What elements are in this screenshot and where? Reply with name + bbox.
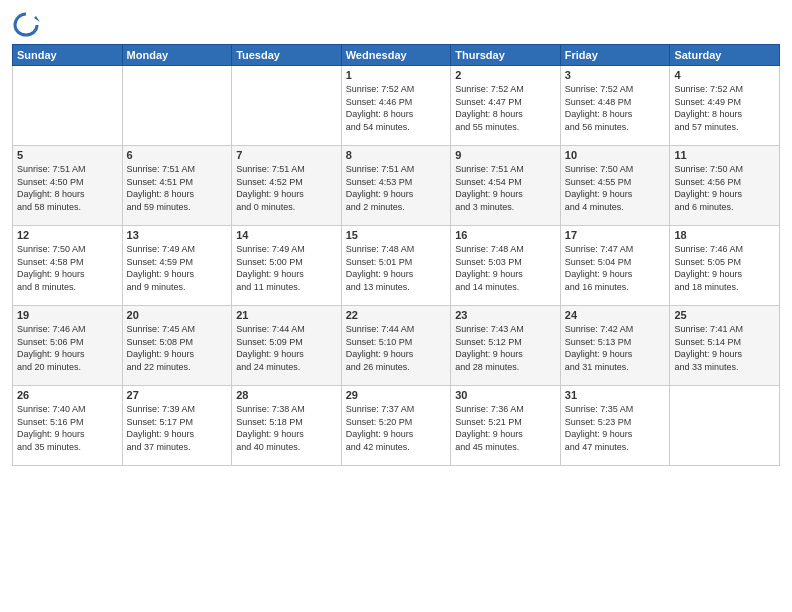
calendar-day-11: 11Sunrise: 7:50 AM Sunset: 4:56 PM Dayli… xyxy=(670,146,780,226)
calendar-week-5: 26Sunrise: 7:40 AM Sunset: 5:16 PM Dayli… xyxy=(13,386,780,466)
day-number: 30 xyxy=(455,389,556,401)
calendar-day-19: 19Sunrise: 7:46 AM Sunset: 5:06 PM Dayli… xyxy=(13,306,123,386)
day-number: 21 xyxy=(236,309,337,321)
calendar-day-6: 6Sunrise: 7:51 AM Sunset: 4:51 PM Daylig… xyxy=(122,146,232,226)
logo-icon xyxy=(12,10,40,38)
calendar-day-12: 12Sunrise: 7:50 AM Sunset: 4:58 PM Dayli… xyxy=(13,226,123,306)
calendar-day-28: 28Sunrise: 7:38 AM Sunset: 5:18 PM Dayli… xyxy=(232,386,342,466)
weekday-header-thursday: Thursday xyxy=(451,45,561,66)
day-info: Sunrise: 7:51 AM Sunset: 4:54 PM Dayligh… xyxy=(455,163,556,213)
day-number: 23 xyxy=(455,309,556,321)
logo xyxy=(12,10,44,38)
day-info: Sunrise: 7:49 AM Sunset: 5:00 PM Dayligh… xyxy=(236,243,337,293)
calendar-day-1: 1Sunrise: 7:52 AM Sunset: 4:46 PM Daylig… xyxy=(341,66,451,146)
day-info: Sunrise: 7:46 AM Sunset: 5:05 PM Dayligh… xyxy=(674,243,775,293)
day-number: 20 xyxy=(127,309,228,321)
day-info: Sunrise: 7:38 AM Sunset: 5:18 PM Dayligh… xyxy=(236,403,337,453)
weekday-header-monday: Monday xyxy=(122,45,232,66)
day-number: 18 xyxy=(674,229,775,241)
calendar-week-3: 12Sunrise: 7:50 AM Sunset: 4:58 PM Dayli… xyxy=(13,226,780,306)
day-info: Sunrise: 7:40 AM Sunset: 5:16 PM Dayligh… xyxy=(17,403,118,453)
calendar-empty xyxy=(670,386,780,466)
day-info: Sunrise: 7:52 AM Sunset: 4:48 PM Dayligh… xyxy=(565,83,666,133)
day-info: Sunrise: 7:45 AM Sunset: 5:08 PM Dayligh… xyxy=(127,323,228,373)
day-info: Sunrise: 7:52 AM Sunset: 4:47 PM Dayligh… xyxy=(455,83,556,133)
day-info: Sunrise: 7:50 AM Sunset: 4:55 PM Dayligh… xyxy=(565,163,666,213)
day-number: 8 xyxy=(346,149,447,161)
day-info: Sunrise: 7:52 AM Sunset: 4:46 PM Dayligh… xyxy=(346,83,447,133)
day-info: Sunrise: 7:50 AM Sunset: 4:56 PM Dayligh… xyxy=(674,163,775,213)
day-number: 16 xyxy=(455,229,556,241)
calendar-day-7: 7Sunrise: 7:51 AM Sunset: 4:52 PM Daylig… xyxy=(232,146,342,226)
day-info: Sunrise: 7:42 AM Sunset: 5:13 PM Dayligh… xyxy=(565,323,666,373)
day-number: 14 xyxy=(236,229,337,241)
day-info: Sunrise: 7:50 AM Sunset: 4:58 PM Dayligh… xyxy=(17,243,118,293)
calendar-day-31: 31Sunrise: 7:35 AM Sunset: 5:23 PM Dayli… xyxy=(560,386,670,466)
calendar-day-23: 23Sunrise: 7:43 AM Sunset: 5:12 PM Dayli… xyxy=(451,306,561,386)
day-number: 15 xyxy=(346,229,447,241)
calendar-day-18: 18Sunrise: 7:46 AM Sunset: 5:05 PM Dayli… xyxy=(670,226,780,306)
day-info: Sunrise: 7:49 AM Sunset: 4:59 PM Dayligh… xyxy=(127,243,228,293)
day-number: 19 xyxy=(17,309,118,321)
day-info: Sunrise: 7:36 AM Sunset: 5:21 PM Dayligh… xyxy=(455,403,556,453)
day-number: 7 xyxy=(236,149,337,161)
day-info: Sunrise: 7:44 AM Sunset: 5:09 PM Dayligh… xyxy=(236,323,337,373)
day-number: 10 xyxy=(565,149,666,161)
weekday-header-saturday: Saturday xyxy=(670,45,780,66)
calendar-day-10: 10Sunrise: 7:50 AM Sunset: 4:55 PM Dayli… xyxy=(560,146,670,226)
calendar-day-5: 5Sunrise: 7:51 AM Sunset: 4:50 PM Daylig… xyxy=(13,146,123,226)
day-info: Sunrise: 7:43 AM Sunset: 5:12 PM Dayligh… xyxy=(455,323,556,373)
day-number: 2 xyxy=(455,69,556,81)
day-number: 24 xyxy=(565,309,666,321)
weekday-header-sunday: Sunday xyxy=(13,45,123,66)
day-info: Sunrise: 7:51 AM Sunset: 4:50 PM Dayligh… xyxy=(17,163,118,213)
day-number: 22 xyxy=(346,309,447,321)
svg-marker-0 xyxy=(34,16,40,22)
calendar-day-27: 27Sunrise: 7:39 AM Sunset: 5:17 PM Dayli… xyxy=(122,386,232,466)
day-info: Sunrise: 7:48 AM Sunset: 5:01 PM Dayligh… xyxy=(346,243,447,293)
day-info: Sunrise: 7:37 AM Sunset: 5:20 PM Dayligh… xyxy=(346,403,447,453)
weekday-header-friday: Friday xyxy=(560,45,670,66)
calendar-empty xyxy=(13,66,123,146)
day-info: Sunrise: 7:51 AM Sunset: 4:52 PM Dayligh… xyxy=(236,163,337,213)
weekday-header-tuesday: Tuesday xyxy=(232,45,342,66)
calendar-day-20: 20Sunrise: 7:45 AM Sunset: 5:08 PM Dayli… xyxy=(122,306,232,386)
calendar-day-25: 25Sunrise: 7:41 AM Sunset: 5:14 PM Dayli… xyxy=(670,306,780,386)
day-info: Sunrise: 7:39 AM Sunset: 5:17 PM Dayligh… xyxy=(127,403,228,453)
day-number: 6 xyxy=(127,149,228,161)
calendar-empty xyxy=(122,66,232,146)
calendar-week-1: 1Sunrise: 7:52 AM Sunset: 4:46 PM Daylig… xyxy=(13,66,780,146)
calendar-week-4: 19Sunrise: 7:46 AM Sunset: 5:06 PM Dayli… xyxy=(13,306,780,386)
day-number: 5 xyxy=(17,149,118,161)
day-info: Sunrise: 7:52 AM Sunset: 4:49 PM Dayligh… xyxy=(674,83,775,133)
calendar-day-8: 8Sunrise: 7:51 AM Sunset: 4:53 PM Daylig… xyxy=(341,146,451,226)
day-info: Sunrise: 7:47 AM Sunset: 5:04 PM Dayligh… xyxy=(565,243,666,293)
calendar-day-2: 2Sunrise: 7:52 AM Sunset: 4:47 PM Daylig… xyxy=(451,66,561,146)
day-info: Sunrise: 7:51 AM Sunset: 4:53 PM Dayligh… xyxy=(346,163,447,213)
calendar-day-3: 3Sunrise: 7:52 AM Sunset: 4:48 PM Daylig… xyxy=(560,66,670,146)
calendar-day-13: 13Sunrise: 7:49 AM Sunset: 4:59 PM Dayli… xyxy=(122,226,232,306)
day-info: Sunrise: 7:51 AM Sunset: 4:51 PM Dayligh… xyxy=(127,163,228,213)
day-number: 26 xyxy=(17,389,118,401)
calendar-week-2: 5Sunrise: 7:51 AM Sunset: 4:50 PM Daylig… xyxy=(13,146,780,226)
day-number: 1 xyxy=(346,69,447,81)
calendar-day-29: 29Sunrise: 7:37 AM Sunset: 5:20 PM Dayli… xyxy=(341,386,451,466)
day-number: 9 xyxy=(455,149,556,161)
day-info: Sunrise: 7:41 AM Sunset: 5:14 PM Dayligh… xyxy=(674,323,775,373)
calendar-day-22: 22Sunrise: 7:44 AM Sunset: 5:10 PM Dayli… xyxy=(341,306,451,386)
day-info: Sunrise: 7:35 AM Sunset: 5:23 PM Dayligh… xyxy=(565,403,666,453)
header xyxy=(12,10,780,38)
calendar-day-24: 24Sunrise: 7:42 AM Sunset: 5:13 PM Dayli… xyxy=(560,306,670,386)
day-number: 28 xyxy=(236,389,337,401)
day-info: Sunrise: 7:48 AM Sunset: 5:03 PM Dayligh… xyxy=(455,243,556,293)
day-number: 29 xyxy=(346,389,447,401)
page: SundayMondayTuesdayWednesdayThursdayFrid… xyxy=(0,0,792,612)
calendar-day-4: 4Sunrise: 7:52 AM Sunset: 4:49 PM Daylig… xyxy=(670,66,780,146)
day-info: Sunrise: 7:46 AM Sunset: 5:06 PM Dayligh… xyxy=(17,323,118,373)
day-number: 12 xyxy=(17,229,118,241)
calendar-day-17: 17Sunrise: 7:47 AM Sunset: 5:04 PM Dayli… xyxy=(560,226,670,306)
weekday-header-row: SundayMondayTuesdayWednesdayThursdayFrid… xyxy=(13,45,780,66)
day-number: 17 xyxy=(565,229,666,241)
day-number: 11 xyxy=(674,149,775,161)
calendar-day-16: 16Sunrise: 7:48 AM Sunset: 5:03 PM Dayli… xyxy=(451,226,561,306)
